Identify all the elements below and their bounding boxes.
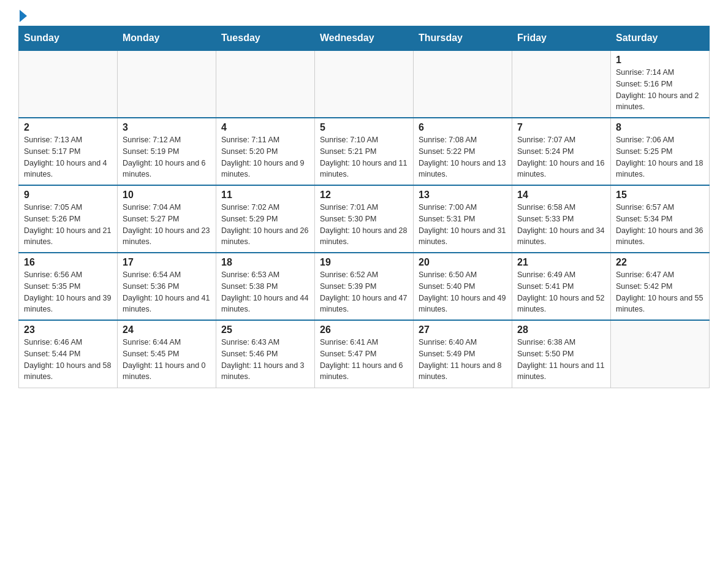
calendar-cell: 19Sunrise: 6:52 AMSunset: 5:39 PMDayligh… (315, 253, 414, 320)
day-info: Sunrise: 6:58 AMSunset: 5:33 PMDaylight:… (517, 202, 605, 248)
day-number: 17 (123, 257, 211, 268)
day-info: Sunrise: 6:43 AMSunset: 5:46 PMDaylight:… (221, 337, 309, 383)
day-info: Sunrise: 6:49 AMSunset: 5:41 PMDaylight:… (517, 269, 605, 315)
day-number: 3 (123, 122, 211, 133)
day-number: 23 (24, 324, 112, 335)
logo-arrow-icon (20, 10, 27, 22)
day-info: Sunrise: 6:50 AMSunset: 5:40 PMDaylight:… (419, 269, 507, 315)
calendar-cell: 5Sunrise: 7:10 AMSunset: 5:21 PMDaylight… (315, 118, 414, 185)
calendar-cell (19, 50, 118, 118)
day-info: Sunrise: 6:38 AMSunset: 5:50 PMDaylight:… (517, 337, 605, 383)
day-number: 13 (419, 190, 507, 201)
calendar-cell: 1Sunrise: 7:14 AMSunset: 5:16 PMDaylight… (611, 50, 710, 118)
day-number: 21 (517, 257, 605, 268)
day-info: Sunrise: 7:11 AMSunset: 5:20 PMDaylight:… (221, 134, 309, 180)
calendar-cell: 22Sunrise: 6:47 AMSunset: 5:42 PMDayligh… (611, 253, 710, 320)
day-number: 15 (616, 190, 704, 201)
day-info: Sunrise: 7:10 AMSunset: 5:21 PMDaylight:… (320, 134, 408, 180)
day-number: 22 (616, 257, 704, 268)
calendar-week-row: 16Sunrise: 6:56 AMSunset: 5:35 PMDayligh… (19, 253, 710, 320)
day-number: 5 (320, 122, 408, 133)
day-info: Sunrise: 6:56 AMSunset: 5:35 PMDaylight:… (24, 269, 112, 315)
calendar-cell: 23Sunrise: 6:46 AMSunset: 5:44 PMDayligh… (19, 320, 118, 388)
day-of-week-header: Saturday (611, 26, 710, 51)
day-info: Sunrise: 6:46 AMSunset: 5:44 PMDaylight:… (24, 337, 112, 383)
day-info: Sunrise: 6:47 AMSunset: 5:42 PMDaylight:… (616, 269, 704, 315)
day-of-week-header: Tuesday (216, 26, 315, 51)
calendar-cell: 6Sunrise: 7:08 AMSunset: 5:22 PMDaylight… (414, 118, 512, 185)
day-info: Sunrise: 7:13 AMSunset: 5:17 PMDaylight:… (24, 134, 112, 180)
calendar-cell: 27Sunrise: 6:40 AMSunset: 5:49 PMDayligh… (414, 320, 512, 388)
day-info: Sunrise: 7:14 AMSunset: 5:16 PMDaylight:… (616, 67, 704, 113)
calendar-cell: 10Sunrise: 7:04 AMSunset: 5:27 PMDayligh… (118, 185, 216, 253)
day-number: 2 (24, 122, 112, 133)
calendar-cell (118, 50, 216, 118)
calendar-cell: 14Sunrise: 6:58 AMSunset: 5:33 PMDayligh… (512, 185, 611, 253)
day-number: 7 (517, 122, 605, 133)
day-info: Sunrise: 6:44 AMSunset: 5:45 PMDaylight:… (123, 337, 211, 383)
day-info: Sunrise: 7:07 AMSunset: 5:24 PMDaylight:… (517, 134, 605, 180)
day-number: 24 (123, 324, 211, 335)
calendar-cell: 18Sunrise: 6:53 AMSunset: 5:38 PMDayligh… (216, 253, 315, 320)
day-info: Sunrise: 7:08 AMSunset: 5:22 PMDaylight:… (419, 134, 507, 180)
calendar-week-row: 9Sunrise: 7:05 AMSunset: 5:26 PMDaylight… (19, 185, 710, 253)
calendar-cell: 21Sunrise: 6:49 AMSunset: 5:41 PMDayligh… (512, 253, 611, 320)
logo (18, 12, 27, 20)
calendar-cell: 12Sunrise: 7:01 AMSunset: 5:30 PMDayligh… (315, 185, 414, 253)
day-number: 19 (320, 257, 408, 268)
calendar-cell: 25Sunrise: 6:43 AMSunset: 5:46 PMDayligh… (216, 320, 315, 388)
day-of-week-header: Sunday (19, 26, 118, 51)
calendar-cell: 7Sunrise: 7:07 AMSunset: 5:24 PMDaylight… (512, 118, 611, 185)
calendar-cell: 24Sunrise: 6:44 AMSunset: 5:45 PMDayligh… (118, 320, 216, 388)
day-info: Sunrise: 7:05 AMSunset: 5:26 PMDaylight:… (24, 202, 112, 248)
day-info: Sunrise: 7:12 AMSunset: 5:19 PMDaylight:… (123, 134, 211, 180)
day-of-week-header: Wednesday (315, 26, 414, 51)
day-number: 8 (616, 122, 704, 133)
day-info: Sunrise: 6:40 AMSunset: 5:49 PMDaylight:… (419, 337, 507, 383)
calendar-cell: 26Sunrise: 6:41 AMSunset: 5:47 PMDayligh… (315, 320, 414, 388)
calendar-cell: 8Sunrise: 7:06 AMSunset: 5:25 PMDaylight… (611, 118, 710, 185)
calendar-cell: 9Sunrise: 7:05 AMSunset: 5:26 PMDaylight… (19, 185, 118, 253)
calendar-cell: 3Sunrise: 7:12 AMSunset: 5:19 PMDaylight… (118, 118, 216, 185)
day-number: 27 (419, 324, 507, 335)
calendar-cell (216, 50, 315, 118)
calendar-cell: 28Sunrise: 6:38 AMSunset: 5:50 PMDayligh… (512, 320, 611, 388)
calendar-week-row: 1Sunrise: 7:14 AMSunset: 5:16 PMDaylight… (19, 50, 710, 118)
day-number: 6 (419, 122, 507, 133)
calendar-cell (414, 50, 512, 118)
day-number: 18 (221, 257, 309, 268)
day-info: Sunrise: 6:52 AMSunset: 5:39 PMDaylight:… (320, 269, 408, 315)
page-header (18, 12, 710, 20)
calendar-cell: 13Sunrise: 7:00 AMSunset: 5:31 PMDayligh… (414, 185, 512, 253)
day-number: 16 (24, 257, 112, 268)
day-number: 9 (24, 190, 112, 201)
day-info: Sunrise: 7:00 AMSunset: 5:31 PMDaylight:… (419, 202, 507, 248)
day-of-week-header: Thursday (414, 26, 512, 51)
day-number: 25 (221, 324, 309, 335)
day-info: Sunrise: 7:01 AMSunset: 5:30 PMDaylight:… (320, 202, 408, 248)
calendar-week-row: 2Sunrise: 7:13 AMSunset: 5:17 PMDaylight… (19, 118, 710, 185)
day-info: Sunrise: 6:53 AMSunset: 5:38 PMDaylight:… (221, 269, 309, 315)
day-info: Sunrise: 7:06 AMSunset: 5:25 PMDaylight:… (616, 134, 704, 180)
day-number: 11 (221, 190, 309, 201)
calendar-cell: 2Sunrise: 7:13 AMSunset: 5:17 PMDaylight… (19, 118, 118, 185)
day-info: Sunrise: 6:57 AMSunset: 5:34 PMDaylight:… (616, 202, 704, 248)
day-number: 28 (517, 324, 605, 335)
day-number: 20 (419, 257, 507, 268)
day-number: 12 (320, 190, 408, 201)
day-number: 26 (320, 324, 408, 335)
day-number: 4 (221, 122, 309, 133)
calendar-cell: 4Sunrise: 7:11 AMSunset: 5:20 PMDaylight… (216, 118, 315, 185)
calendar-week-row: 23Sunrise: 6:46 AMSunset: 5:44 PMDayligh… (19, 320, 710, 388)
day-info: Sunrise: 7:02 AMSunset: 5:29 PMDaylight:… (221, 202, 309, 248)
calendar-cell (611, 320, 710, 388)
day-number: 10 (123, 190, 211, 201)
day-of-week-header: Monday (118, 26, 216, 51)
calendar-cell (315, 50, 414, 118)
calendar-table: SundayMondayTuesdayWednesdayThursdayFrid… (18, 26, 710, 388)
day-info: Sunrise: 6:54 AMSunset: 5:36 PMDaylight:… (123, 269, 211, 315)
day-number: 14 (517, 190, 605, 201)
day-info: Sunrise: 7:04 AMSunset: 5:27 PMDaylight:… (123, 202, 211, 248)
calendar-cell: 17Sunrise: 6:54 AMSunset: 5:36 PMDayligh… (118, 253, 216, 320)
calendar-header-row: SundayMondayTuesdayWednesdayThursdayFrid… (19, 26, 710, 51)
